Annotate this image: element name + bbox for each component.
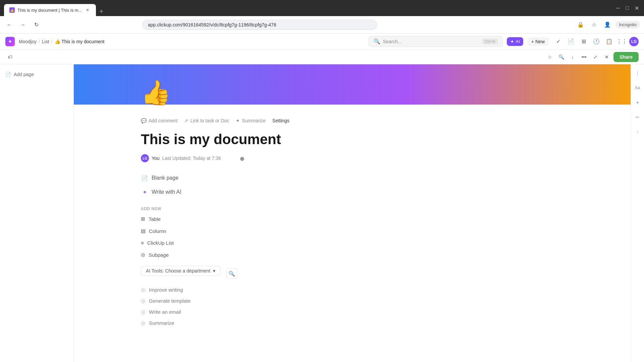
right-panel-upload-icon[interactable]: ↑ (633, 127, 642, 137)
clock-icon[interactable]: 🕐 (591, 36, 602, 47)
profile-icon[interactable]: 👤 (602, 19, 613, 30)
summarize-ai-icon: ◎ (141, 320, 146, 326)
search-bar[interactable]: 🔍 Search... Ctrl+K (369, 36, 503, 47)
window-controls: ─ □ ✕ (614, 5, 640, 11)
add-subpage-item[interactable]: ◎ Subpage (141, 250, 356, 259)
settings-button[interactable]: Settings (272, 118, 289, 123)
breadcrumb-workspace[interactable]: Moodjoy (19, 39, 37, 44)
summarize-ai-item[interactable]: ◎ Summarize (141, 318, 356, 327)
url-display: app.clickup.com/9016164592/v/dc/8cpfg7g-… (148, 22, 371, 27)
right-panel-icon-1[interactable]: ⟨ (633, 68, 642, 78)
grid-icon[interactable]: ⋮⋮ (616, 36, 627, 47)
close-button[interactable]: ✕ (633, 5, 640, 11)
address-bar[interactable]: app.clickup.com/9016164592/v/dc/8cpfg7g-… (142, 20, 377, 30)
add-clickup-list-item[interactable]: ≡ ClickUp List (141, 239, 356, 247)
doc-icon[interactable]: 📄 (566, 36, 576, 47)
ai-tools-section: AI Tools: Choose a department ▾ 🔍 ◎ Impr… (141, 266, 356, 327)
add-page-button[interactable]: 📄 Add page (5, 70, 68, 79)
link-task-button[interactable]: ↗ Link to task or Doc (184, 118, 229, 123)
summarize-icon: ✦ (236, 118, 240, 123)
generate-template-label: Generate template (149, 298, 191, 304)
content-area: 👍 💬 Add comment ↗ Link to task or Doc ✦ … (74, 64, 631, 362)
last-updated: Last Updated: Today at 7:36 (162, 156, 221, 161)
breadcrumb-current: 👍 This is my document (55, 39, 105, 44)
ai-search-icon: 🔍 (228, 270, 235, 277)
ai-search-button[interactable]: 🔍 (226, 268, 237, 279)
subpage-label: Subpage (149, 252, 169, 258)
add-new-section: ADD NEW ⊞ Table ▤ Column ≡ ClickUp List (141, 206, 356, 259)
link-label: Link to task or Doc (190, 118, 229, 123)
ai-label: AI (516, 39, 520, 44)
sidebar: 📄 Add page (0, 64, 74, 362)
new-plus-icon: + (531, 39, 534, 44)
forward-button[interactable]: → (17, 19, 28, 30)
back-button[interactable]: ← (4, 19, 15, 30)
improve-writing-item[interactable]: ◎ Improve writing (141, 285, 356, 294)
ai-tools-dropdown[interactable]: AI Tools: Choose a department ▾ (141, 266, 220, 276)
breadcrumb-sep-1: / (39, 39, 40, 44)
write-email-item[interactable]: ◎ Write an email (141, 307, 356, 316)
ai-button[interactable]: ✦ AI (507, 37, 523, 46)
expand-icon[interactable]: ⤢ (591, 52, 600, 62)
search-icon: 🔍 (374, 38, 380, 45)
add-comment-button[interactable]: 💬 Add comment (141, 118, 177, 123)
doc-meta: LG You Last Updated: Today at 7:36 (141, 154, 356, 162)
add-table-item[interactable]: ⊞ Table (141, 215, 356, 223)
browser-toolbar-icons: 🔒 ☆ 👤 Incognito (575, 19, 640, 30)
comment-label: Add comment (149, 118, 177, 123)
incognito-badge[interactable]: Incognito (615, 21, 640, 28)
active-tab[interactable]: 👍 This is my document | This is m... ✕ (4, 4, 96, 16)
generate-template-item[interactable]: ◎ Generate template (141, 296, 356, 305)
write-ai-label: Write with AI (152, 189, 181, 195)
ai-sparkle-icon: ✦ (510, 39, 514, 44)
improve-writing-label: Improve writing (149, 287, 183, 293)
right-panel-edit-icon[interactable]: ✏ (633, 113, 642, 122)
tab-close-button[interactable]: ✕ (85, 7, 91, 13)
author-name: You (152, 156, 160, 161)
new-label: New (535, 39, 545, 44)
blank-page-option[interactable]: 📄 Blank page (141, 173, 356, 183)
bookmark-icon[interactable]: ☆ (589, 19, 599, 30)
doc-header-left: 🏷 (5, 52, 15, 62)
right-panel-aa-icon[interactable]: Aa (633, 83, 642, 93)
write-with-ai-option[interactable]: ✦ Write with AI (141, 187, 356, 197)
right-panel-share-icon[interactable]: ✦ (633, 98, 642, 107)
minimize-button[interactable]: ─ (614, 5, 621, 11)
layout-icon[interactable]: ⊞ (578, 36, 589, 47)
star-icon[interactable]: ☆ (545, 52, 554, 62)
tag-icon[interactable]: 🏷 (5, 52, 15, 62)
ai-tools-row: AI Tools: Choose a department ▾ 🔍 (141, 266, 356, 281)
search-doc-icon[interactable]: 🔍 (556, 52, 566, 62)
more-options-icon[interactable]: ••• (579, 52, 589, 62)
user-avatar[interactable]: LG (629, 37, 639, 46)
app-logo[interactable]: ✦ (5, 37, 15, 46)
new-tab-button[interactable]: + (97, 7, 106, 16)
add-new-label: ADD NEW (141, 206, 356, 211)
download-icon[interactable]: ↓ (568, 52, 577, 62)
table-label: Table (149, 216, 161, 222)
close-doc-icon[interactable]: ✕ (602, 52, 611, 62)
file-icon[interactable]: 📋 (604, 36, 614, 47)
new-button[interactable]: + New (527, 37, 549, 46)
add-column-item[interactable]: ▤ Column (141, 227, 356, 235)
maximize-button[interactable]: □ (624, 5, 631, 11)
logo-text: ✦ (8, 39, 12, 44)
doc-header-right: ☆ 🔍 ↓ ••• ⤢ ✕ Share (545, 52, 639, 62)
extensions-icon[interactable]: 🔒 (575, 19, 586, 30)
column-icon: ▤ (141, 228, 146, 234)
list-icon: ≡ (141, 240, 144, 246)
hero-emoji: 👍 (141, 80, 171, 105)
checkmark-icon[interactable]: ✓ (553, 36, 564, 47)
summarize-button[interactable]: ✦ Summarize (236, 118, 266, 123)
blank-page-icon: 📄 (141, 174, 148, 182)
breadcrumb-list[interactable]: List (42, 39, 49, 44)
breadcrumb-sep-2: / (51, 39, 53, 44)
doc-header: 🏷 ☆ 🔍 ↓ ••• ⤢ ✕ Share (0, 50, 644, 64)
refresh-button[interactable]: ↻ (31, 19, 42, 30)
author-avatar: LG (141, 154, 149, 162)
link-icon: ↗ (184, 118, 188, 123)
doc-options: 📄 Blank page ✦ Write with AI (141, 173, 356, 197)
chevron-down-icon: ▾ (213, 268, 215, 274)
share-button[interactable]: Share (613, 52, 639, 62)
ai-tools-label: AI Tools: Choose a department (146, 268, 210, 274)
